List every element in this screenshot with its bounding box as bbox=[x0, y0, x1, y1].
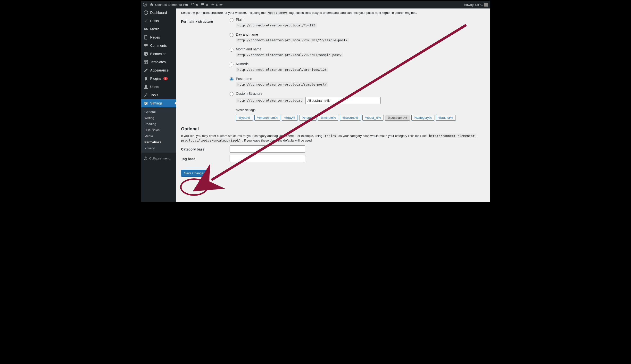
svg-rect-10 bbox=[144, 103, 148, 104]
available-tags-label: Available tags: bbox=[236, 108, 456, 112]
structure-label[interactable]: Numeric bbox=[236, 62, 328, 66]
structure-radio[interactable] bbox=[230, 48, 234, 52]
permalink-structure-label: Permalink structure bbox=[181, 18, 230, 121]
svg-rect-6 bbox=[146, 54, 147, 54]
intro-code: %postname% bbox=[267, 10, 288, 15]
structure-radio[interactable] bbox=[230, 62, 234, 66]
sidebar-item-elementor[interactable]: Elementor bbox=[141, 50, 176, 58]
tag-button[interactable]: %monthnum% bbox=[254, 115, 280, 121]
structure-label[interactable]: Month and name bbox=[236, 47, 343, 51]
structure-example: http://connect-elementor-pro.local/sampl… bbox=[236, 82, 328, 87]
intro-before: Select the permalink structure for your … bbox=[181, 11, 267, 14]
structure-radio[interactable] bbox=[230, 77, 234, 81]
optional-code1: topics bbox=[323, 134, 338, 138]
structure-option: Month and namehttp://connect-elementor-p… bbox=[230, 47, 485, 57]
account-link[interactable]: Howdy, CliffC bbox=[464, 3, 488, 6]
svg-point-15 bbox=[144, 157, 147, 160]
elementor-icon bbox=[143, 52, 148, 56]
sidebar-item-tools[interactable]: Tools bbox=[141, 91, 176, 99]
sidebar-item-plugins[interactable]: Plugins 2 bbox=[141, 74, 176, 83]
submenu-discussion[interactable]: Discussion bbox=[141, 127, 176, 133]
tag-button[interactable]: %category% bbox=[411, 115, 435, 121]
tag-base-label: Tag base bbox=[181, 155, 230, 162]
category-base-label: Category base bbox=[181, 146, 230, 153]
wp-logo[interactable] bbox=[143, 3, 147, 6]
custom-structure-input[interactable] bbox=[305, 97, 380, 104]
svg-rect-13 bbox=[146, 103, 147, 104]
sidebar-item-label: Pages bbox=[150, 36, 160, 39]
page-icon bbox=[143, 35, 148, 40]
comments-count: 0 bbox=[206, 3, 208, 6]
structure-label[interactable]: Post name bbox=[236, 77, 328, 81]
sidebar-item-pages[interactable]: Pages bbox=[141, 33, 176, 42]
tag-button[interactable]: %minute% bbox=[318, 115, 338, 121]
tag-button[interactable]: %post_id% bbox=[362, 115, 383, 121]
save-button[interactable]: Save Changes bbox=[181, 170, 208, 177]
sidebar-item-templates[interactable]: Templates bbox=[141, 58, 176, 66]
svg-point-0 bbox=[143, 3, 147, 6]
svg-rect-5 bbox=[146, 53, 147, 53]
tag-button[interactable]: %postname% bbox=[385, 115, 410, 121]
svg-rect-9 bbox=[144, 102, 148, 102]
main-content: Select the permalink structure for your … bbox=[176, 8, 490, 202]
structure-example: http://connect-elementor-pro.local/?p=12… bbox=[236, 23, 317, 28]
media-icon bbox=[143, 27, 148, 32]
submenu-writing[interactable]: Writing bbox=[141, 115, 176, 121]
settings-icon bbox=[143, 101, 148, 106]
structure-label[interactable]: Custom Structure bbox=[236, 92, 456, 96]
sidebar-item-dashboard[interactable]: Dashboard bbox=[141, 8, 176, 17]
sidebar-item-comments[interactable]: Comments bbox=[141, 42, 176, 50]
structure-label[interactable]: Day and name bbox=[236, 32, 349, 36]
structure-radio[interactable] bbox=[230, 18, 234, 22]
updates-link[interactable]: 6 bbox=[191, 3, 198, 6]
sidebar-item-label: Templates bbox=[150, 60, 166, 64]
submenu-reading[interactable]: Reading bbox=[141, 121, 176, 127]
sidebar-item-appearance[interactable]: Appearance bbox=[141, 66, 176, 74]
submenu-privacy[interactable]: Privacy bbox=[141, 145, 176, 151]
custom-prefix: http://connect-elementor-pro.local bbox=[236, 98, 303, 103]
pin-icon bbox=[143, 18, 148, 23]
users-icon bbox=[143, 84, 148, 89]
category-base-input[interactable] bbox=[230, 146, 305, 153]
new-label: New bbox=[216, 3, 223, 6]
site-link[interactable]: Connect Elementor Pro bbox=[150, 3, 188, 6]
tag-button[interactable]: %second% bbox=[340, 115, 361, 121]
structure-radio[interactable] bbox=[230, 92, 234, 96]
tag-button[interactable]: %year% bbox=[236, 115, 253, 121]
sidebar-item-settings[interactable]: Settings bbox=[141, 99, 176, 107]
submenu-general[interactable]: General bbox=[141, 109, 176, 115]
collapse-icon bbox=[143, 156, 147, 160]
tag-base-input[interactable] bbox=[230, 155, 305, 162]
collapse-label: Collapse menu bbox=[149, 156, 170, 160]
svg-rect-12 bbox=[145, 102, 145, 103]
sidebar-item-users[interactable]: Users bbox=[141, 83, 176, 91]
structure-option: Day and namehttp://connect-elementor-pro… bbox=[230, 32, 485, 42]
structure-option: Post namehttp://connect-elementor-pro.lo… bbox=[230, 77, 485, 87]
sidebar-item-label: Media bbox=[150, 27, 159, 31]
tag-button[interactable]: %day% bbox=[282, 115, 298, 121]
tag-button[interactable]: %hour% bbox=[299, 115, 316, 121]
comments-link[interactable]: 0 bbox=[201, 3, 208, 6]
comment-icon bbox=[201, 3, 204, 6]
structure-label[interactable]: Plain bbox=[236, 18, 317, 22]
collapse-menu[interactable]: Collapse menu bbox=[141, 154, 176, 162]
tag-button[interactable]: %author% bbox=[436, 115, 456, 121]
new-link[interactable]: New bbox=[211, 3, 223, 6]
sidebar-item-media[interactable]: Media bbox=[141, 25, 176, 33]
structure-example: http://connect-elementor-pro.local/2025/… bbox=[236, 52, 343, 57]
sidebar-item-label: Appearance bbox=[150, 68, 169, 72]
sidebar-item-label: Tools bbox=[150, 93, 158, 97]
optional-mid: as your category base would make your ca… bbox=[339, 134, 428, 138]
optional-before: If you like, you may enter custom struct… bbox=[181, 134, 323, 138]
structure-example: http://connect-elementor-pro.local/2025/… bbox=[236, 38, 349, 42]
sidebar-item-posts[interactable]: Posts bbox=[141, 17, 176, 25]
plus-icon bbox=[211, 3, 215, 6]
svg-rect-7 bbox=[146, 54, 147, 55]
update-icon bbox=[191, 3, 195, 6]
submenu-media[interactable]: Media bbox=[141, 133, 176, 139]
howdy-text: Howdy, CliffC bbox=[464, 3, 483, 6]
structure-radio[interactable] bbox=[230, 33, 234, 37]
sidebar-item-label: Users bbox=[150, 85, 159, 89]
dashboard-icon bbox=[143, 10, 148, 15]
submenu-permalinks[interactable]: Permalinks bbox=[141, 139, 176, 145]
